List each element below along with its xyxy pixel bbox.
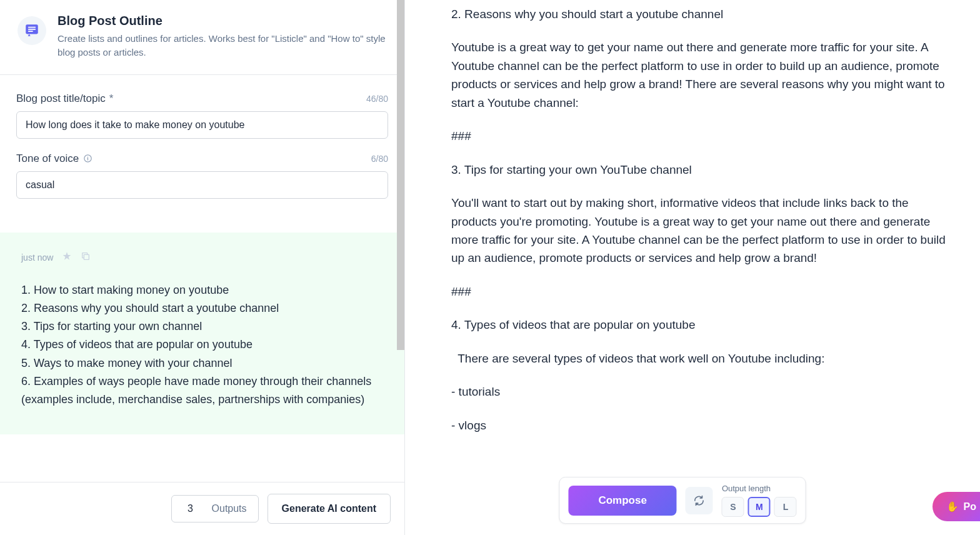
content-paragraph: You'll want to start out by making short… [451, 194, 950, 268]
result-timestamp: just now [21, 252, 53, 262]
copy-icon[interactable] [81, 251, 91, 264]
compose-button[interactable]: Compose [568, 486, 676, 516]
outputs-selector[interactable]: Outputs [171, 495, 259, 522]
generate-button[interactable]: Generate AI content [268, 494, 391, 524]
output-length-label: Output length [722, 484, 797, 493]
content-heading: 3. Tips for starting your own YouTube ch… [451, 161, 950, 179]
topic-input[interactable] [16, 111, 388, 139]
compose-bar: Compose Output length S M L [559, 477, 806, 524]
scrollbar[interactable] [397, 0, 404, 350]
content-separator: ### [451, 282, 950, 301]
length-large-button[interactable]: L [774, 497, 797, 517]
refresh-button[interactable] [686, 487, 713, 514]
content-list-item: - vlogs [451, 416, 950, 434]
tone-char-count: 6/80 [371, 154, 388, 164]
star-icon[interactable] [62, 251, 72, 264]
result-item: 4. Types of videos that are popular on y… [21, 336, 383, 354]
template-header: Blog Post Outline Create lists and outli… [0, 0, 404, 75]
length-small-button[interactable]: S [722, 497, 744, 517]
svg-rect-2 [84, 254, 89, 259]
result-item: 2. Reasons why you should start a youtub… [21, 299, 383, 318]
topic-label: Blog post title/topic * [16, 92, 113, 105]
hand-icon: ✋ [946, 501, 959, 512]
outputs-label: Outputs [209, 496, 258, 522]
bottom-bar: Outputs Generate AI content [0, 482, 404, 535]
result-item: 1. How to start making money on youtube [21, 281, 383, 299]
outline-icon [18, 16, 46, 45]
result-card: just now 1. How to start making money on… [0, 232, 404, 434]
content-paragraph: Youtube is a great way to get your name … [451, 38, 950, 112]
content-heading: 2. Reasons why you should start a youtub… [451, 5, 950, 23]
template-description: Create lists and outlines for articles. … [58, 32, 387, 59]
required-indicator: * [109, 92, 114, 105]
result-item: 3. Tips for starting your own channel [21, 318, 383, 336]
outputs-count-input[interactable] [172, 496, 209, 522]
tone-input[interactable] [16, 171, 388, 199]
content-heading: 4. Types of videos that are popular on y… [451, 316, 950, 334]
content-paragraph: There are several types of videos that w… [451, 349, 950, 368]
result-item: 6. Examples of ways people have made mon… [21, 372, 383, 409]
topic-char-count: 46/80 [366, 94, 388, 104]
template-title: Blog Post Outline [58, 14, 387, 28]
content-separator: ### [451, 127, 950, 145]
length-medium-button[interactable]: M [748, 497, 771, 517]
tone-label: Tone of voice [16, 152, 92, 165]
info-icon[interactable] [82, 154, 92, 164]
result-item: 5. Ways to make money with your channel [21, 354, 383, 372]
power-mode-button[interactable]: ✋ Po [932, 492, 980, 521]
content-list-item: - tutorials [451, 382, 950, 401]
editor-panel[interactable]: 2. Reasons why you should start a youtub… [405, 0, 980, 535]
